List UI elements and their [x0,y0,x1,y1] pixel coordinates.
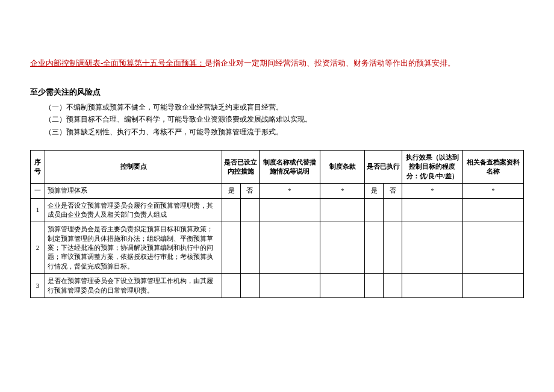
cell-empty [259,222,320,274]
cell-empty [365,198,384,222]
risk-section: 至少需关注的风险点 （一）不编制预算或预算不健全，可能导致企业经营缺乏约束或盲目… [30,87,524,138]
cell-empty [384,222,402,274]
cell-empty [320,222,365,274]
col-clause: 制度条款 [320,150,365,183]
cell-empty [222,198,241,222]
col-desc: 制度名称或代替措施情况等说明 [259,150,320,183]
table-row: 3 是否在预算管理委员会下设立预算管理工作机构，由其履行预算管理委员会的日常管理… [31,274,524,298]
col-executed: 是否已执行 [365,150,402,183]
row-text: 企业是否设立预算管理委员会履行全面预算管理职责，其成员由企业负责人及相关部门负责… [45,198,222,222]
col-point: 控制要点 [45,150,222,183]
cell-empty [241,274,260,298]
col-file: 相关备查档案资料名称 [462,150,523,183]
risk-heading: 至少需关注的风险点 [30,87,524,98]
col-seq: 序号 [31,150,45,183]
control-table: 序号 控制要点 是否已设立内控措施 制度名称或代替措施情况等说明 制度条款 是否… [30,150,524,298]
cell-star: * [259,184,320,198]
cell-yes: 是 [365,184,384,198]
section-row: 一 预算管理体系 是 否 * * 是 否 * * [31,184,524,198]
cell-empty [222,222,241,274]
cell-empty [384,198,402,222]
cell-empty [462,198,523,222]
cell-empty [365,274,384,298]
row-num: 3 [31,274,45,298]
risk-item-2: （二）预算目标不合理、编制不科学，可能导致企业资源浪费或发展战略难以实现。 [30,113,524,125]
cell-star: * [402,184,462,198]
cell-empty [241,222,260,274]
cell-empty [259,274,320,298]
cell-yes: 是 [222,184,241,198]
section-name: 预算管理体系 [45,184,222,198]
title-rest: 是指企业对一定期间经营活动、投资活动、财务活动等作出的预算安排。 [205,58,455,67]
cell-empty [320,198,365,222]
title-main: 企业内部控制调研表-全面预算第十五号全面预算： [30,58,205,67]
cell-empty [241,198,260,222]
cell-empty [259,198,320,222]
table-row: 2 预算管理委员会是否主要负责拟定预算目标和预算政策；制定预算管理的具体措施和办… [31,222,524,274]
col-has-control: 是否已设立内控措施 [222,150,259,183]
cell-empty [402,198,462,222]
row-text: 是否在预算管理委员会下设立预算管理工作机构，由其履行预算管理委员会的日常管理职责… [45,274,222,298]
cell-no: 否 [384,184,402,198]
table-row: 1 企业是否设立预算管理委员会履行全面预算管理职责，其成员由企业负责人及相关部门… [31,198,524,222]
cell-empty [222,274,241,298]
table-header-row: 序号 控制要点 是否已设立内控措施 制度名称或代替措施情况等说明 制度条款 是否… [31,150,524,183]
cell-empty [462,222,523,274]
cell-star: * [462,184,523,198]
col-effect: 执行效果（以达到控制目标的程度分：优/良/中/差） [402,150,462,183]
cell-empty [402,274,462,298]
document-title: 企业内部控制调研表-全面预算第十五号全面预算：是指企业对一定期间经营活动、投资活… [30,57,524,70]
cell-no: 否 [241,184,260,198]
cell-empty [402,222,462,274]
cell-empty [320,274,365,298]
row-text: 预算管理委员会是否主要负责拟定预算目标和预算政策；制定预算管理的具体措施和办法；… [45,222,222,274]
risk-item-3: （三）预算缺乏刚性、执行不力、考核不严，可能导致预算管理流于形式。 [30,126,524,138]
cell-empty [462,274,523,298]
cell-empty [384,274,402,298]
row-num: 2 [31,222,45,274]
cell-empty [365,222,384,274]
row-num: 1 [31,198,45,222]
section-num: 一 [31,184,45,198]
cell-star: * [320,184,365,198]
risk-item-1: （一）不编制预算或预算不健全，可能导致企业经营缺乏约束或盲目经营。 [30,101,524,113]
